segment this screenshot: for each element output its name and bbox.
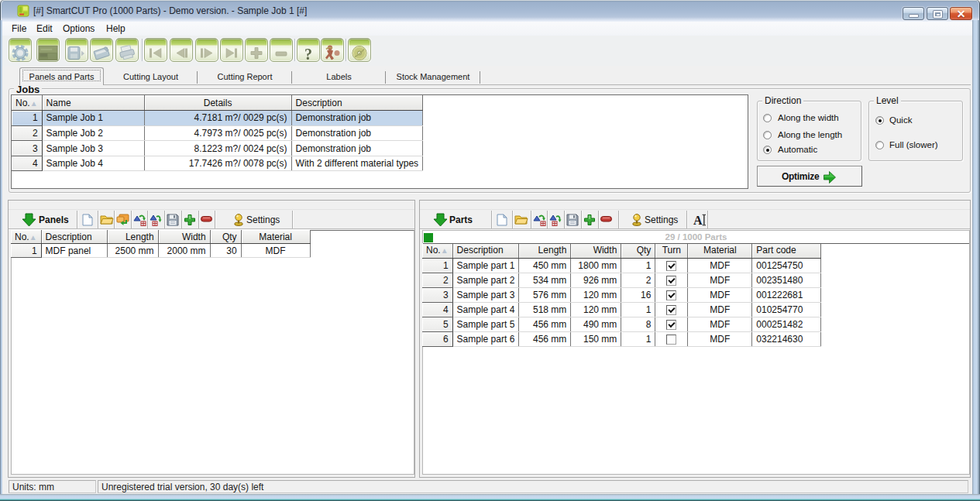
svg-text:A: A [693, 214, 703, 226]
